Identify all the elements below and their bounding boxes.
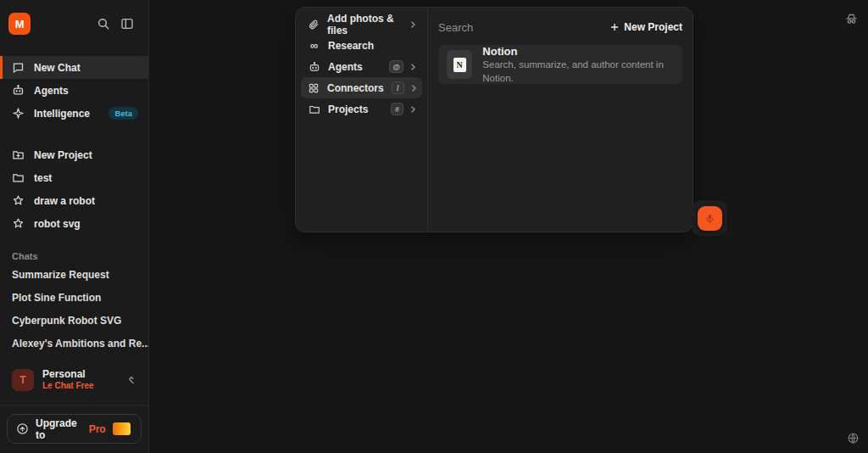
menu-item-meta: / [392, 81, 418, 94]
sidebar-item-new-chat[interactable]: New Chat [0, 56, 148, 79]
sidebar-item-label: Agents [34, 85, 69, 97]
notion-glyph: N [453, 58, 466, 72]
upgrade-pro-label: Pro [89, 423, 106, 435]
account-switcher[interactable]: T Personal Le Chat Free [7, 367, 142, 393]
menu-item-meta: @ [389, 60, 417, 73]
menu-item-label: Research [328, 40, 374, 52]
sidebar-item-label: robot svg [34, 218, 81, 230]
menu-item-meta [409, 20, 417, 29]
connector-search-input[interactable] [438, 21, 609, 34]
sidebar: M New Chat Agents [0, 0, 149, 453]
sidebar-item-new-project[interactable]: New Project [0, 143, 148, 166]
sidebar-item-label: Intelligence [34, 108, 90, 120]
star-icon [12, 194, 25, 207]
chat-item[interactable]: Alexey's Ambitions and Re... [0, 332, 148, 355]
menu-item-label: Agents [328, 61, 363, 73]
sidebar-footer: T Personal Le Chat Free Upgrade to Pro [0, 367, 148, 453]
infinity-icon: ∞ [308, 40, 320, 51]
sparkle-icon [12, 107, 25, 120]
beta-badge: Beta [108, 107, 138, 120]
sidebar-item-label: test [34, 172, 52, 184]
menu-item-label: Add photos & files [327, 13, 401, 36]
search-icon[interactable] [94, 14, 113, 33]
chat-item[interactable]: Plot Sine Function [0, 286, 148, 309]
chevron-right-icon [409, 84, 418, 92]
tools-popup: Add photos & files ∞ Research Agents @ [295, 7, 693, 232]
globe-icon[interactable] [845, 430, 860, 445]
folder-plus-icon [12, 148, 25, 161]
upgrade-to-pro-button[interactable]: Upgrade to Pro [7, 414, 142, 444]
sidebar-projects: New Project test draw a robot robot svg [0, 143, 148, 235]
sidebar-item-label: draw a robot [34, 195, 95, 207]
chevron-right-icon [409, 105, 417, 114]
incognito-icon[interactable] [843, 10, 860, 27]
folder-icon [12, 171, 25, 184]
star-icon [12, 217, 25, 230]
sidebar-nav: New Chat Agents Intelligence Beta [0, 56, 148, 125]
account-texts: Personal Le Chat Free [42, 369, 94, 390]
app-root: M New Chat Agents [0, 0, 868, 453]
new-project-label: New Project [624, 21, 682, 33]
pro-gradient-badge [113, 422, 131, 435]
connector-title: Notion [482, 44, 674, 59]
chats-heading: Chats [0, 251, 148, 263]
chat-item[interactable]: Summarize Request [0, 263, 148, 286]
notion-icon: N [447, 50, 472, 79]
menu-item-meta: # [391, 103, 417, 115]
chat-item[interactable]: Cyberpunk Robot SVG [0, 309, 148, 332]
chevron-right-icon [409, 63, 417, 71]
sidebar-header: M [0, 5, 148, 42]
connectors-panel: New Project N Notion Search, summarize, … [428, 8, 693, 232]
connector-description: Search, summarize, and author content in… [482, 59, 674, 85]
avatar: T [12, 369, 34, 391]
sidebar-toggle-icon[interactable] [118, 14, 136, 33]
menu-item-label: Projects [328, 103, 368, 115]
menu-item-agents[interactable]: Agents @ [301, 56, 422, 77]
arrow-up-circle-icon [16, 422, 29, 435]
sidebar-item-draw-a-robot[interactable]: draw a robot [0, 189, 148, 212]
grid-icon [308, 82, 320, 94]
chat-bubble-icon [12, 61, 25, 74]
tools-menu: Add photos & files ∞ Research Agents @ [296, 8, 428, 232]
chevron-right-icon [409, 20, 417, 29]
account-name: Personal [42, 369, 94, 381]
menu-item-projects[interactable]: Projects # [301, 98, 422, 120]
shortcut-badge: @ [389, 60, 403, 73]
plus-icon [609, 22, 620, 32]
sidebar-chats: Chats Summarize Request Plot Sine Functi… [0, 251, 148, 355]
shortcut-badge: / [392, 81, 404, 94]
menu-item-label: Connectors [327, 82, 384, 94]
sidebar-item-intelligence[interactable]: Intelligence Beta [0, 102, 148, 125]
menu-item-research[interactable]: ∞ Research [301, 35, 422, 56]
folder-icon [308, 103, 320, 115]
divider [0, 405, 148, 405]
account-plan: Le Chat Free [42, 381, 94, 391]
chevron-up-down-icon [126, 375, 136, 385]
menu-item-connectors[interactable]: Connectors / [301, 77, 422, 98]
microphone-button[interactable] [698, 206, 722, 231]
paperclip-icon [308, 19, 320, 31]
robot-icon [12, 84, 25, 97]
upgrade-label: Upgrade to [36, 417, 86, 441]
sidebar-item-robot-svg[interactable]: robot svg [0, 212, 148, 235]
sidebar-item-agents[interactable]: Agents [0, 79, 148, 102]
menu-item-add-photos-files[interactable]: Add photos & files [301, 14, 422, 35]
connector-texts: Notion Search, summarize, and author con… [482, 44, 674, 86]
new-project-button[interactable]: New Project [609, 21, 682, 33]
mistral-logo[interactable]: M [8, 13, 31, 35]
connector-item-notion[interactable]: N Notion Search, summarize, and author c… [438, 45, 682, 84]
sidebar-item-label: New Chat [34, 62, 81, 74]
robot-icon [308, 61, 320, 73]
sidebar-item-label: New Project [34, 149, 92, 161]
sidebar-item-project-test[interactable]: test [0, 166, 148, 189]
shortcut-badge: # [391, 103, 403, 115]
connectors-panel-header: New Project [438, 14, 682, 40]
